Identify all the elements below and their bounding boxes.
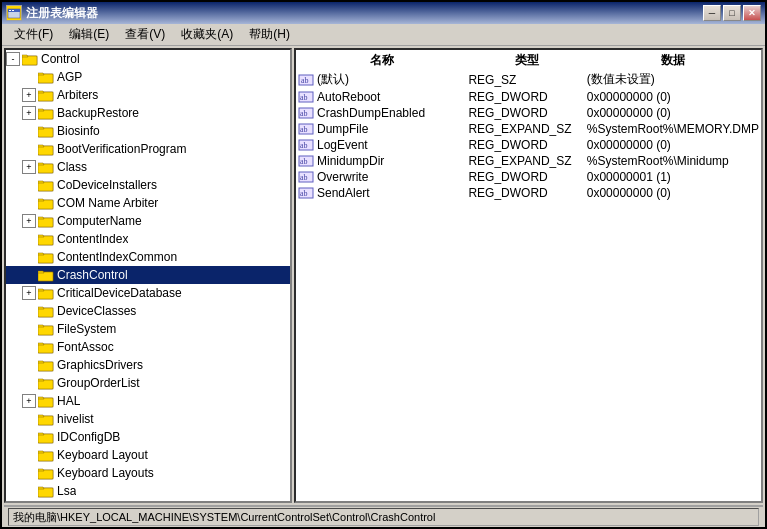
- expand-btn[interactable]: +: [22, 88, 36, 102]
- menu-edit[interactable]: 编辑(E): [61, 25, 117, 45]
- value-name: LogEvent: [317, 138, 368, 152]
- table-row[interactable]: ab SendAlertREG_DWORD0x00000000 (0): [298, 186, 759, 200]
- tree-item-backuprestore[interactable]: + BackupRestore: [6, 104, 290, 122]
- tree-item-control[interactable]: - Control: [6, 50, 290, 68]
- svg-rect-23: [38, 218, 53, 227]
- dword-icon: ab: [298, 138, 314, 152]
- table-row[interactable]: ab LogEventREG_DWORD0x00000000 (0): [298, 138, 759, 152]
- tree-item-hal[interactable]: + HAL: [6, 392, 290, 410]
- folder-icon: [38, 142, 54, 156]
- tree-label: Lsa: [57, 484, 76, 498]
- table-row[interactable]: ab CrashDumpEnabledREG_DWORD0x00000000 (…: [298, 106, 759, 120]
- registry-table: 名称 类型 数据 ab (默认)REG_SZ(数值未设置) ab AutoReb…: [296, 50, 761, 202]
- value-name: (默认): [317, 71, 349, 88]
- svg-rect-29: [38, 272, 53, 281]
- tree-label: Arbiters: [57, 88, 98, 102]
- tree-item-keyboardlayouts[interactable]: Keyboard Layouts: [6, 464, 290, 482]
- tree-item-codeviceinstallers[interactable]: CoDeviceInstallers: [6, 176, 290, 194]
- expand-icon: ab: [298, 122, 314, 136]
- close-button[interactable]: ✕: [743, 5, 761, 21]
- cell-type: REG_DWORD: [468, 90, 584, 104]
- tree-item-hivelist[interactable]: hivelist: [6, 410, 290, 428]
- main-window: 注册表编辑器 ─ □ ✕ 文件(F) 编辑(E) 查看(V) 收藏夹(A) 帮助…: [0, 0, 767, 529]
- tree-label: FileSystem: [57, 322, 116, 336]
- menu-help[interactable]: 帮助(H): [241, 25, 298, 45]
- tree-item-biosinfo[interactable]: Biosinfo: [6, 122, 290, 140]
- minimize-button[interactable]: ─: [703, 5, 721, 21]
- svg-rect-37: [38, 344, 53, 353]
- value-name: CrashDumpEnabled: [317, 106, 425, 120]
- svg-rect-35: [38, 326, 53, 335]
- maximize-button[interactable]: □: [723, 5, 741, 21]
- expand-btn[interactable]: -: [6, 52, 20, 66]
- tree-item-deviceclasses[interactable]: DeviceClasses: [6, 302, 290, 320]
- table-row[interactable]: ab (默认)REG_SZ(数值未设置): [298, 71, 759, 88]
- tree-item-crashcontrol[interactable]: CrashControl: [6, 266, 290, 284]
- tree-item-filesystem[interactable]: FileSystem: [6, 320, 290, 338]
- folder-icon: [38, 178, 54, 192]
- folder-icon: [38, 232, 54, 246]
- expand-btn[interactable]: +: [22, 394, 36, 408]
- svg-text:ab: ab: [301, 76, 309, 85]
- tree-item-comnamearbiter[interactable]: COM Name Arbiter: [6, 194, 290, 212]
- col-name-header[interactable]: 名称: [298, 52, 466, 69]
- tree-item-criticaldevicedatabase[interactable]: + CriticalDeviceDatabase: [6, 284, 290, 302]
- tree-item-contentindex[interactable]: ContentIndex: [6, 230, 290, 248]
- expand-btn[interactable]: +: [22, 286, 36, 300]
- svg-rect-5: [22, 56, 37, 65]
- folder-icon: [38, 322, 54, 336]
- folder-icon: [38, 106, 54, 120]
- tree-item-class[interactable]: + Class: [6, 158, 290, 176]
- cell-name: ab DumpFile: [298, 122, 466, 136]
- col-data-header[interactable]: 数据: [587, 52, 759, 69]
- tree-item-arbiters[interactable]: + Arbiters: [6, 86, 290, 104]
- svg-text:ab: ab: [300, 173, 308, 182]
- folder-icon: [38, 70, 54, 84]
- expand-btn[interactable]: +: [22, 214, 36, 228]
- value-name: SendAlert: [317, 186, 370, 200]
- tree-item-idconfigdb[interactable]: IDConfigDB: [6, 428, 290, 446]
- cell-type: REG_DWORD: [468, 170, 584, 184]
- tree-item-grouporderlist[interactable]: GroupOrderList: [6, 374, 290, 392]
- cell-data: %SystemRoot%\Minidump: [587, 154, 759, 168]
- tree-item-graphicsdrivers[interactable]: GraphicsDrivers: [6, 356, 290, 374]
- menu-file[interactable]: 文件(F): [6, 25, 61, 45]
- cell-name: ab CrashDumpEnabled: [298, 106, 466, 120]
- table-row[interactable]: ab OverwriteREG_DWORD0x00000001 (1): [298, 170, 759, 184]
- folder-icon: [38, 88, 54, 102]
- tree-item-agp[interactable]: AGP: [6, 68, 290, 86]
- svg-rect-33: [38, 308, 53, 317]
- tree-item-fontassoc[interactable]: FontAssoc: [6, 338, 290, 356]
- tree-item-mediacategories[interactable]: MediaCategories: [6, 500, 290, 501]
- svg-rect-25: [38, 236, 53, 245]
- tree-item-keyboardlayout[interactable]: Keyboard Layout: [6, 446, 290, 464]
- tree-label: BootVerificationProgram: [57, 142, 186, 156]
- tree-item-lsa[interactable]: Lsa: [6, 482, 290, 500]
- table-row[interactable]: ab AutoRebootREG_DWORD0x00000000 (0): [298, 90, 759, 104]
- expand-btn[interactable]: +: [22, 106, 36, 120]
- tree-label: Keyboard Layouts: [57, 466, 154, 480]
- col-type-header[interactable]: 类型: [468, 52, 584, 69]
- dword-icon: ab: [298, 186, 314, 200]
- menu-favorites[interactable]: 收藏夹(A): [173, 25, 241, 45]
- tree-label: ComputerName: [57, 214, 142, 228]
- folder-icon: [38, 484, 54, 498]
- menu-view[interactable]: 查看(V): [117, 25, 173, 45]
- tree-label: hivelist: [57, 412, 94, 426]
- svg-rect-27: [38, 254, 53, 263]
- tree-scroll[interactable]: - Control AGP+ Arbiters+ BackupRestore B…: [6, 50, 290, 501]
- tree-item-computername[interactable]: + ComputerName: [6, 212, 290, 230]
- tree-item-contentindexcommon[interactable]: ContentIndexCommon: [6, 248, 290, 266]
- tree-label: HAL: [57, 394, 80, 408]
- tree-label: ContentIndex: [57, 232, 128, 246]
- value-name: DumpFile: [317, 122, 368, 136]
- folder-icon: [38, 160, 54, 174]
- expand-btn[interactable]: +: [22, 160, 36, 174]
- folder-icon: [38, 214, 54, 228]
- table-row[interactable]: ab DumpFileREG_EXPAND_SZ%SystemRoot%\MEM…: [298, 122, 759, 136]
- svg-rect-19: [38, 182, 53, 191]
- app-icon: [6, 5, 22, 21]
- tree-item-bootverificationprogram[interactable]: BootVerificationProgram: [6, 140, 290, 158]
- table-row[interactable]: ab MinidumpDirREG_EXPAND_SZ%SystemRoot%\…: [298, 154, 759, 168]
- status-path-text: 我的电脑\HKEY_LOCAL_MACHINE\SYSTEM\CurrentCo…: [13, 510, 435, 525]
